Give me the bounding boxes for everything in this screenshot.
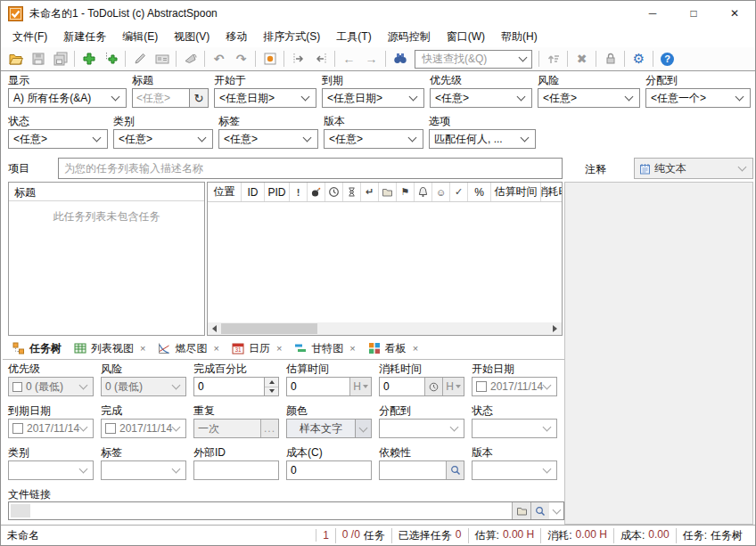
- column-done-icon[interactable]: ✓: [450, 183, 468, 201]
- tab-gantt[interactable]: 甘特图 ×: [288, 338, 361, 359]
- task-comments-panel[interactable]: [564, 182, 753, 525]
- undo-button[interactable]: ↶: [208, 49, 230, 69]
- column-flag-icon[interactable]: ⚑: [397, 183, 415, 201]
- attr-risk-combo[interactable]: 0 (最低): [101, 377, 186, 396]
- scroll-left-button[interactable]: [208, 322, 221, 335]
- attr-category-combo[interactable]: [8, 460, 94, 480]
- maximize-button[interactable]: □: [673, 1, 714, 26]
- filter-priority-combo[interactable]: <任意>: [430, 88, 532, 108]
- menu-file[interactable]: 文件(F): [4, 27, 55, 47]
- column-percent[interactable]: %: [468, 183, 491, 201]
- time-spent-input[interactable]: [380, 378, 424, 395]
- column-recurrence-icon[interactable]: ↵: [361, 183, 379, 201]
- column-spent[interactable]: 消耗时间: [541, 183, 563, 201]
- preferences-button[interactable]: ⚙: [628, 49, 650, 69]
- filter-options-combo[interactable]: 匹配任何人, ...: [429, 129, 536, 149]
- external-id-input[interactable]: [194, 461, 278, 479]
- help-button[interactable]: ?: [656, 49, 678, 69]
- password-lock-button[interactable]: [599, 49, 621, 69]
- tab-burndown[interactable]: 燃尽图 ×: [152, 338, 225, 359]
- filter-version-combo[interactable]: <任意>: [324, 129, 423, 149]
- menu-new-task[interactable]: 新建任务: [55, 27, 114, 47]
- column-time-estimate-icon[interactable]: [325, 183, 343, 201]
- filter-assigned-combo[interactable]: <任意一个>: [645, 88, 751, 108]
- menu-sort[interactable]: 排序方式(S): [255, 27, 328, 47]
- column-time-spent-icon[interactable]: [343, 183, 361, 201]
- spent-unit-button[interactable]: H: [442, 378, 464, 395]
- save-button[interactable]: [27, 49, 49, 69]
- close-icon[interactable]: ×: [349, 343, 355, 354]
- menu-window[interactable]: 窗口(W): [439, 27, 493, 47]
- attr-tag-combo[interactable]: [101, 460, 186, 480]
- filter-start-combo[interactable]: <任意日期>: [214, 88, 316, 108]
- maximize-tasklist-button[interactable]: [259, 49, 281, 69]
- next-task-button[interactable]: →: [360, 49, 382, 69]
- new-task-button[interactable]: [78, 49, 100, 69]
- quick-find-combo[interactable]: [415, 50, 532, 69]
- comments-format-combo[interactable]: 纯文本: [634, 158, 753, 179]
- filter-risk-combo[interactable]: <任意>: [538, 88, 640, 108]
- outdent-left-button[interactable]: [309, 49, 332, 69]
- column-reminder-icon[interactable]: [415, 183, 432, 201]
- attr-done-date-combo[interactable]: 2017/11/14: [101, 419, 186, 438]
- quick-find-input[interactable]: [420, 52, 509, 66]
- attr-due-date-combo[interactable]: 2017/11/14: [8, 419, 94, 438]
- file-link-dropdown-button[interactable]: [549, 509, 563, 513]
- delete-task-button[interactable]: ✖: [571, 49, 593, 69]
- time-estimate-input[interactable]: [287, 378, 349, 395]
- column-risk-icon[interactable]: [308, 183, 325, 201]
- toggle-filter-button[interactable]: [542, 49, 564, 69]
- scrollbar-thumb[interactable]: [221, 323, 317, 334]
- tab-kanban[interactable]: 看板 ×: [362, 338, 424, 359]
- attr-assigned-combo[interactable]: [379, 419, 464, 438]
- filter-tag-combo[interactable]: <任意>: [218, 129, 318, 149]
- recurrence-input[interactable]: [194, 420, 260, 437]
- redo-button[interactable]: ↷: [230, 49, 252, 69]
- percent-spinner[interactable]: [264, 378, 278, 395]
- title-column-header[interactable]: 标题: [9, 183, 204, 201]
- done-date-checkbox[interactable]: [105, 423, 116, 434]
- column-id[interactable]: ID: [242, 183, 265, 201]
- filter-due-combo[interactable]: <任意日期>: [322, 88, 424, 108]
- task-tree-panel[interactable]: 标题 此任务列表未包含任务: [8, 182, 205, 336]
- recurrence-browse-button[interactable]: ...: [260, 420, 278, 437]
- new-subtask-button[interactable]: [100, 49, 122, 69]
- scroll-right-button[interactable]: [548, 322, 562, 335]
- indent-right-button[interactable]: [287, 49, 309, 69]
- tab-calendar[interactable]: 31 日历 ×: [226, 338, 288, 359]
- save-all-button[interactable]: [49, 49, 71, 69]
- spin-up-icon[interactable]: [265, 378, 278, 387]
- dependency-input[interactable]: [380, 461, 446, 479]
- minimize-button[interactable]: ─: [632, 1, 673, 26]
- close-icon[interactable]: ×: [213, 343, 218, 354]
- tab-task-tree[interactable]: 任务树: [6, 338, 68, 359]
- file-links-field[interactable]: [8, 501, 564, 520]
- spin-down-icon[interactable]: [265, 387, 278, 396]
- column-priority-icon[interactable]: !: [290, 183, 308, 201]
- filter-title-refresh-button[interactable]: ↻: [189, 88, 209, 108]
- cost-input[interactable]: [287, 461, 371, 479]
- attr-start-date-combo[interactable]: 2017/11/14: [472, 377, 557, 396]
- menu-edit[interactable]: 编辑(E): [114, 27, 166, 47]
- attr-status-combo[interactable]: [472, 419, 557, 438]
- task-info-button[interactable]: [151, 49, 173, 69]
- close-icon[interactable]: ×: [413, 343, 418, 354]
- attr-priority-combo[interactable]: 0 (最低): [8, 377, 94, 396]
- estimate-unit-button[interactable]: H: [349, 378, 371, 395]
- task-columns-panel[interactable]: 位置 ID PID ! ↵ ⚑ ☺ ✓ % 估算时间 消耗时间: [207, 182, 563, 336]
- tab-list-view[interactable]: 列表视图 ×: [68, 338, 152, 359]
- menu-view[interactable]: 视图(V): [166, 27, 218, 47]
- menu-help[interactable]: 帮助(H): [493, 27, 546, 47]
- filter-title-input[interactable]: [132, 88, 189, 108]
- due-date-checkbox[interactable]: [12, 423, 23, 434]
- color-sample-button[interactable]: 样本文字: [286, 419, 356, 438]
- close-icon[interactable]: ×: [276, 343, 282, 354]
- column-estimate[interactable]: 估算时间: [491, 183, 541, 201]
- attr-version-combo[interactable]: [472, 460, 557, 480]
- column-pid[interactable]: PID: [265, 183, 290, 201]
- column-position[interactable]: 位置: [208, 183, 242, 201]
- project-name-input[interactable]: [58, 158, 563, 179]
- cleanup-button[interactable]: [179, 49, 201, 69]
- percent-complete-input[interactable]: [194, 378, 264, 395]
- column-comments-icon[interactable]: ☺: [432, 183, 450, 201]
